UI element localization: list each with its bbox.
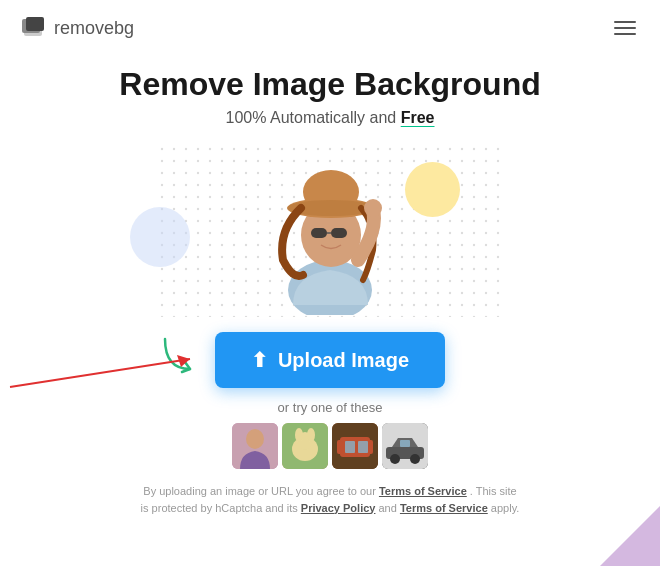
logo-text: removebg	[54, 18, 134, 39]
free-label: Free	[401, 109, 435, 126]
deco-circle-blue	[130, 207, 190, 267]
logo-icon	[20, 14, 48, 42]
hero-person-image	[258, 150, 403, 315]
sample-image-person[interactable]	[232, 423, 278, 469]
disclaimer-text: By uploading an image or URL you agree t…	[140, 483, 520, 516]
sample-image-object[interactable]	[332, 423, 378, 469]
svg-point-14	[364, 199, 382, 217]
svg-rect-28	[345, 441, 355, 453]
upload-icon: ⬆	[251, 348, 268, 372]
svg-point-23	[307, 428, 315, 442]
tos-link-2[interactable]: Terms of Service	[400, 502, 488, 514]
svg-point-32	[390, 454, 400, 464]
svg-point-33	[410, 454, 420, 464]
svg-rect-27	[368, 440, 373, 454]
svg-rect-11	[311, 228, 327, 238]
page-title: Remove Image Background	[119, 66, 540, 103]
svg-point-18	[246, 429, 264, 449]
privacy-link[interactable]: Privacy Policy	[301, 502, 376, 514]
svg-line-15	[10, 359, 190, 387]
deco-circle-yellow	[405, 162, 460, 217]
hamburger-menu[interactable]	[610, 17, 640, 39]
svg-rect-29	[358, 441, 368, 453]
red-arrow-icon	[5, 337, 205, 392]
sample-images	[232, 423, 428, 469]
svg-rect-26	[337, 440, 342, 454]
svg-point-22	[295, 428, 303, 442]
sample-image-car[interactable]	[382, 423, 428, 469]
logo[interactable]: removebg	[20, 14, 134, 42]
svg-rect-34	[400, 440, 410, 447]
main-content: Remove Image Background 100% Automatical…	[0, 56, 660, 516]
try-text: or try one of these	[278, 400, 383, 415]
upload-image-button[interactable]: ⬆ Upload Image	[215, 332, 445, 388]
upload-section: ⬆ Upload Image or try one of these	[215, 332, 445, 469]
header: removebg	[0, 0, 660, 56]
tos-link[interactable]: Terms of Service	[379, 485, 467, 497]
hero-image-area	[160, 147, 500, 317]
corner-decoration	[600, 506, 660, 566]
svg-rect-2	[26, 17, 44, 31]
sample-image-animal[interactable]	[282, 423, 328, 469]
page-subtitle: 100% Automatically and Free	[225, 109, 434, 127]
svg-rect-12	[331, 228, 347, 238]
upload-button-label: Upload Image	[278, 349, 409, 372]
